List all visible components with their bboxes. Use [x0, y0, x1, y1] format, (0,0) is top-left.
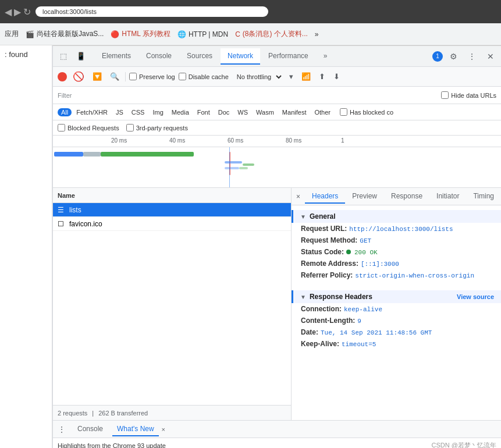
file-item-favicon[interactable]: ☐ favicon.ico: [53, 217, 291, 231]
bookmark-more[interactable]: »: [315, 30, 319, 38]
view-source-link[interactable]: View source: [457, 293, 494, 300]
detail-tab-initiator[interactable]: Initiator: [429, 190, 466, 204]
record-button[interactable]: [58, 72, 67, 81]
filter-ws[interactable]: WS: [234, 108, 251, 116]
preserve-log-checkbox[interactable]: Preserve log: [129, 73, 175, 80]
bookmark-2[interactable]: 🔴 HTML 系列教程: [111, 29, 170, 39]
remote-address-row: Remote Address: [::1]:3000: [292, 258, 501, 269]
date-val: Tue, 14 Sep 2021 11:48:56 GMT: [321, 329, 432, 336]
throttle-select[interactable]: No throttling: [232, 72, 283, 82]
bookmark-4[interactable]: C (8条消息) 个人资料...: [235, 29, 308, 39]
download-icon[interactable]: ⬇: [331, 71, 342, 82]
settings-icon[interactable]: ⚙: [445, 48, 461, 65]
timeline-content: [53, 147, 501, 187]
general-toggle-icon: ▼: [300, 214, 306, 220]
bookmark-1[interactable]: 🎬 尚硅谷最新版JavaS...: [26, 29, 104, 39]
devtools-tab-bar: ⬚ 📱 Elements Console Sources Network Per…: [53, 46, 501, 67]
timeline-bar-2c: [225, 167, 239, 169]
request-url-val: http://localhost:3000/lists: [349, 226, 453, 233]
filter-manifest[interactable]: Manifest: [279, 108, 310, 116]
bookmark-apps[interactable]: 应用: [5, 29, 19, 39]
referrer-policy-row: Referrer Policy: strict-origin-when-cros…: [292, 269, 501, 281]
filter-doc[interactable]: Doc: [215, 108, 233, 116]
upload-icon[interactable]: ⬆: [317, 71, 328, 82]
filter-icon[interactable]: 🔽: [90, 71, 104, 82]
file-item-lists[interactable]: ☰ lists: [53, 203, 291, 217]
request-url-key: Request URL:: [301, 225, 347, 233]
content-length-row: Content-Length: 9: [292, 315, 501, 326]
address-bar[interactable]: localhost:3000/lists: [35, 6, 268, 17]
filter-fetch-xhr[interactable]: Fetch/XHR: [73, 108, 111, 116]
tab-performance[interactable]: Performance: [261, 48, 315, 65]
stop-icon[interactable]: 🚫: [70, 70, 87, 83]
request-count: 2 requests: [58, 410, 87, 417]
filter-font[interactable]: Font: [194, 108, 214, 116]
file-list: Name ☰ lists ☐ favicon.ico 2 requests | …: [53, 188, 292, 420]
bottom-tab-console[interactable]: Console: [73, 422, 108, 436]
detail-tab-close-x[interactable]: ×: [292, 190, 305, 203]
close-devtools-icon[interactable]: ✕: [482, 48, 499, 65]
bookmarks-bar: 应用 🎬 尚硅谷最新版JavaS... 🔴 HTML 系列教程 🌐 HTTP |…: [0, 23, 501, 45]
filter-css[interactable]: CSS: [128, 108, 148, 116]
timeline-bar-1c: [101, 152, 194, 157]
bottom-tab-whats-new-close[interactable]: ×: [159, 425, 168, 434]
status-code-val: 200 OK: [354, 249, 378, 256]
file-list-header: Name: [53, 188, 291, 203]
bottom-bar-menu-icon[interactable]: ⋮: [58, 425, 66, 434]
hide-data-urls-checkbox[interactable]: Hide data URLs: [441, 91, 496, 99]
wifi-icon[interactable]: 📶: [299, 71, 313, 82]
third-party-checkbox[interactable]: 3rd-party requests: [126, 124, 188, 131]
filter-media[interactable]: Media: [168, 108, 193, 116]
highlights-text: Highlights from the Chrome 93 update: [58, 442, 166, 449]
inspect-element-icon[interactable]: ⬚: [55, 48, 72, 65]
general-section-header[interactable]: ▼ General: [292, 210, 501, 223]
connection-row: Connection: keep-alive: [292, 303, 501, 315]
connection-val: keep-alive: [344, 306, 382, 313]
notification-badge: 1: [432, 51, 443, 62]
filter-types-bar: All Fetch/XHR JS CSS Img Media Font Doc …: [53, 104, 501, 120]
detail-tab-headers[interactable]: Headers: [305, 190, 345, 204]
tab-console[interactable]: Console: [139, 48, 179, 65]
filter-img[interactable]: Img: [149, 108, 166, 116]
tab-sources[interactable]: Sources: [180, 48, 219, 65]
throttle-dropdown-icon[interactable]: ▾: [287, 71, 296, 82]
timeline-blue-line: [229, 147, 230, 187]
bookmark-3[interactable]: 🌐 HTTP | MDN: [177, 30, 228, 38]
filter-wasm[interactable]: Wasm: [253, 108, 278, 116]
detail-tab-response[interactable]: Response: [384, 190, 429, 204]
search-icon[interactable]: 🔍: [108, 71, 122, 82]
filter-other[interactable]: Other: [311, 108, 334, 116]
tab-more[interactable]: »: [317, 48, 335, 65]
csdn-watermark: CSDN @若梦丶忆流年: [432, 441, 496, 448]
status-code-key: Status Code:: [301, 248, 344, 256]
blocked-requests-checkbox[interactable]: Blocked Requests: [58, 124, 119, 131]
disable-cache-checkbox[interactable]: Disable cache: [179, 73, 229, 80]
network-toolbar: 🚫 🔽 🔍 Preserve log Disable cache No thro…: [53, 67, 501, 87]
request-method-row: Request Method: GET: [292, 234, 501, 246]
referrer-policy-val: strict-origin-when-cross-origin: [355, 272, 474, 279]
footer-separator: |: [92, 410, 94, 417]
status-dot: [346, 250, 351, 254]
highlights-bar: Highlights from the Chrome 93 update CSD…: [53, 438, 501, 448]
device-toolbar-icon[interactable]: 📱: [73, 48, 89, 65]
detail-tab-preview[interactable]: Preview: [345, 190, 384, 204]
request-url-row: Request URL: http://localhost:3000/lists: [292, 223, 501, 234]
has-blocked-checkbox[interactable]: Has blocked co: [340, 108, 393, 116]
bottom-tab-whats-new[interactable]: What's New: [112, 422, 159, 436]
date-row: Date: Tue, 14 Sep 2021 11:48:56 GMT: [292, 326, 501, 338]
tick-20ms: 20 ms: [111, 137, 127, 144]
filter-js[interactable]: JS: [112, 108, 127, 116]
tab-elements[interactable]: Elements: [95, 48, 138, 65]
content-length-key: Content-Length:: [301, 317, 355, 325]
tab-network[interactable]: Network: [221, 48, 260, 65]
detail-tab-timing[interactable]: Timing: [466, 190, 501, 204]
date-key: Date:: [301, 328, 318, 336]
response-headers-section-header[interactable]: ▼ Response Headers View source: [292, 290, 501, 303]
filter-all[interactable]: All: [58, 108, 72, 116]
transferred-size: 262 B transferred: [98, 410, 148, 417]
filter-input[interactable]: [58, 92, 436, 99]
tick-80ms: 80 ms: [286, 137, 301, 144]
more-options-icon[interactable]: ⋮: [464, 48, 480, 65]
headers-general-section: ▼ General Request URL: http://localhost:…: [292, 205, 501, 286]
toolbar-separator-1: [125, 72, 126, 81]
